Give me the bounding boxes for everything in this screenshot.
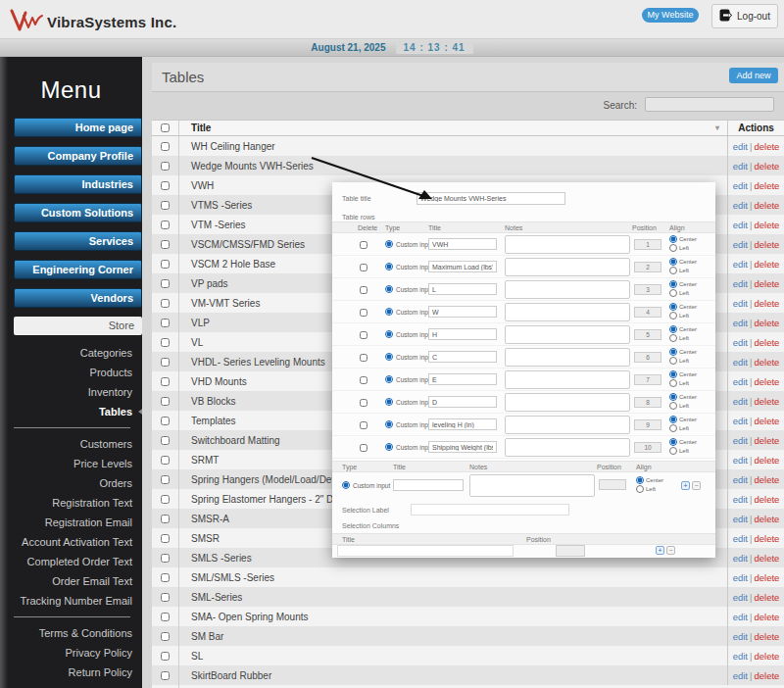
- edit-link[interactable]: edit: [733, 553, 748, 564]
- delete-row-checkbox[interactable]: [360, 264, 368, 271]
- delete-row-checkbox[interactable]: [360, 309, 368, 317]
- edit-link[interactable]: edit: [733, 141, 748, 152]
- row-notes-input[interactable]: [505, 303, 630, 321]
- row-checkbox[interactable]: [161, 319, 170, 327]
- remove-column-button[interactable]: −: [666, 546, 675, 555]
- delete-link[interactable]: delete: [754, 298, 779, 309]
- align-left-radio[interactable]: [636, 485, 644, 493]
- edit-link[interactable]: edit: [733, 278, 748, 289]
- align-center-radio[interactable]: [636, 476, 644, 484]
- align-left-radio[interactable]: [669, 379, 677, 387]
- new-row-position-input[interactable]: [599, 479, 626, 490]
- row-position-input[interactable]: [634, 352, 662, 363]
- row-checkbox[interactable]: [161, 671, 170, 680]
- align-left-radio[interactable]: [669, 402, 677, 410]
- delete-link[interactable]: delete: [754, 494, 779, 505]
- align-left-option[interactable]: Left: [636, 485, 663, 493]
- row-title-input[interactable]: [428, 418, 497, 430]
- row-checkbox[interactable]: [161, 456, 170, 465]
- delete-link[interactable]: delete: [754, 239, 779, 250]
- sidebar-item-categories[interactable]: Categories: [0, 343, 142, 363]
- align-center-option[interactable]: Center: [669, 393, 697, 401]
- row-checkbox[interactable]: [161, 201, 170, 210]
- new-row-title-input[interactable]: [393, 479, 464, 491]
- sidebar-item-engineering-corner[interactable]: Engineering Corner: [14, 260, 142, 279]
- row-position-input[interactable]: [634, 329, 662, 340]
- sidebar-item-home-page[interactable]: Home page: [14, 118, 142, 137]
- align-left-radio[interactable]: [669, 289, 677, 297]
- edit-link[interactable]: edit: [733, 435, 748, 446]
- align-center-option[interactable]: Center: [669, 325, 697, 333]
- custom-input-radio[interactable]: [385, 443, 393, 451]
- remove-row-button[interactable]: −: [692, 481, 701, 490]
- selection-label-input[interactable]: [411, 504, 569, 516]
- align-center-option[interactable]: Center: [636, 476, 663, 484]
- row-checkbox[interactable]: [161, 299, 170, 308]
- align-left-option[interactable]: Left: [669, 267, 697, 274]
- sidebar-item-return-policy[interactable]: Return Policy: [0, 663, 142, 682]
- edit-link[interactable]: edit: [733, 416, 748, 426]
- selection-column-title-input[interactable]: [337, 545, 514, 557]
- edit-link[interactable]: edit: [733, 161, 748, 172]
- edit-link[interactable]: edit: [733, 651, 748, 662]
- sidebar-item-products[interactable]: Products: [0, 363, 142, 382]
- custom-input-radio[interactable]: [385, 285, 393, 293]
- sidebar-item-vendors[interactable]: Vendors: [14, 288, 142, 308]
- add-column-button[interactable]: +: [656, 546, 664, 555]
- row-notes-input[interactable]: [505, 438, 630, 457]
- row-notes-input[interactable]: [505, 325, 630, 344]
- custom-input-radio[interactable]: [385, 398, 393, 406]
- edit-link[interactable]: edit: [733, 612, 748, 622]
- row-title-input[interactable]: [428, 306, 497, 318]
- edit-link[interactable]: edit: [733, 376, 748, 387]
- delete-link[interactable]: delete: [754, 220, 779, 230]
- row-title-input[interactable]: [428, 441, 497, 453]
- edit-link[interactable]: edit: [733, 396, 748, 407]
- align-center-radio[interactable]: [669, 325, 677, 333]
- edit-link[interactable]: edit: [733, 533, 748, 544]
- sidebar-item-industries[interactable]: Industries: [14, 174, 142, 194]
- row-title-input[interactable]: [428, 328, 497, 340]
- delete-link[interactable]: delete: [754, 180, 779, 191]
- row-notes-input[interactable]: [505, 235, 630, 254]
- select-all-checkbox[interactable]: [161, 123, 170, 132]
- row-checkbox[interactable]: [161, 181, 170, 190]
- sidebar-item-account-activation-text[interactable]: Account Activation Text: [0, 532, 142, 552]
- align-center-option[interactable]: Center: [669, 303, 697, 311]
- new-row-notes-input[interactable]: [469, 474, 595, 497]
- custom-input-radio[interactable]: [385, 308, 393, 316]
- edit-link[interactable]: edit: [733, 318, 748, 328]
- delete-row-checkbox[interactable]: [360, 354, 368, 362]
- edit-link[interactable]: edit: [733, 514, 748, 524]
- delete-link[interactable]: delete: [754, 651, 779, 662]
- sidebar-item-completed-order-text[interactable]: Completed Order Text: [0, 552, 142, 571]
- row-checkbox[interactable]: [161, 613, 170, 621]
- edit-link[interactable]: edit: [733, 337, 748, 348]
- delete-link[interactable]: delete: [754, 318, 779, 328]
- delete-link[interactable]: delete: [754, 514, 779, 524]
- align-center-option[interactable]: Center: [669, 348, 697, 356]
- delete-row-checkbox[interactable]: [360, 444, 368, 452]
- row-title-input[interactable]: [428, 373, 497, 385]
- edit-link[interactable]: edit: [733, 239, 748, 250]
- row-checkbox[interactable]: [161, 338, 170, 347]
- align-left-option[interactable]: Left: [669, 379, 697, 387]
- align-center-option[interactable]: Center: [669, 235, 697, 243]
- edit-link[interactable]: edit: [733, 670, 748, 681]
- row-checkbox[interactable]: [161, 475, 170, 484]
- edit-link[interactable]: edit: [733, 180, 748, 191]
- row-position-input[interactable]: [634, 374, 662, 385]
- row-checkbox[interactable]: [161, 260, 170, 269]
- row-checkbox[interactable]: [161, 554, 170, 563]
- sidebar-item-registration-text[interactable]: Registration Text: [0, 493, 142, 513]
- sidebar-item-orders[interactable]: Orders: [0, 473, 142, 493]
- align-center-radio[interactable]: [669, 235, 677, 243]
- row-checkbox[interactable]: [161, 240, 170, 249]
- custom-input-radio[interactable]: [385, 330, 393, 338]
- align-center-option[interactable]: Center: [669, 416, 697, 423]
- add-new-button[interactable]: Add new: [729, 68, 778, 83]
- sidebar-item-privacy-policy[interactable]: Privacy Policy: [0, 643, 142, 663]
- row-checkbox[interactable]: [161, 515, 170, 523]
- edit-link[interactable]: edit: [733, 455, 748, 466]
- delete-link[interactable]: delete: [754, 670, 779, 681]
